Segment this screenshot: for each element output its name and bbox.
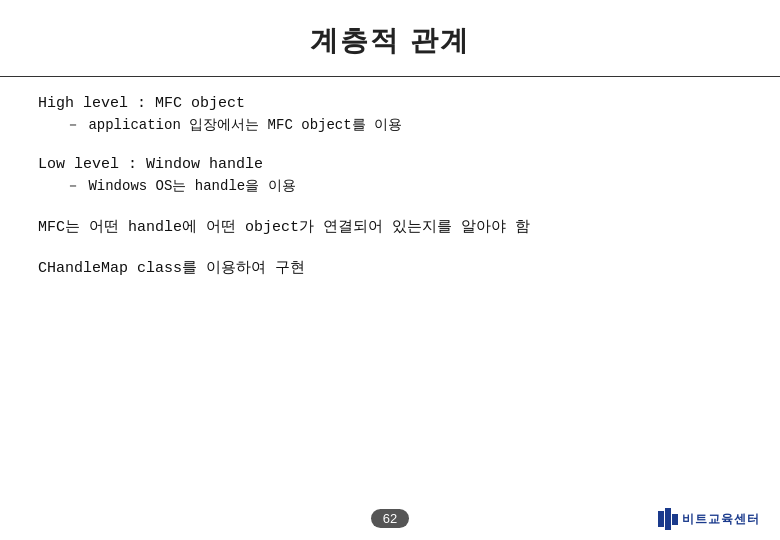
- logo-area: 비트교육센터: [658, 508, 760, 530]
- logo-bar-2: [665, 508, 671, 530]
- logo-bar-3: [672, 514, 678, 525]
- logo-text: 비트교육센터: [682, 511, 760, 528]
- chandlemap-description: CHandleMap class를 이용하여 구현: [38, 258, 742, 277]
- high-level-title: High level : MFC object: [38, 95, 742, 112]
- mfc-description: MFC는 어떤 handle에 어떤 object가 연결되어 있는지를 알아야…: [38, 217, 742, 236]
- title-area: 계층적 관계: [0, 0, 780, 70]
- logo-icon: [658, 508, 678, 530]
- low-level-section: Low level : Window handle Windows OS는 ha…: [38, 156, 742, 195]
- high-level-sub: application 입장에서는 MFC object를 이용: [38, 116, 742, 134]
- page-number: 62: [371, 509, 409, 528]
- logo-bar-1: [658, 511, 664, 527]
- low-level-sub: Windows OS는 handle을 이용: [38, 177, 742, 195]
- high-level-section: High level : MFC object application 입장에서…: [38, 95, 742, 134]
- title-divider: [0, 76, 780, 77]
- content-area: High level : MFC object application 입장에서…: [0, 95, 780, 277]
- low-level-title: Low level : Window handle: [38, 156, 742, 173]
- slide-container: 계층적 관계 High level : MFC object applicati…: [0, 0, 780, 540]
- slide-title: 계층적 관계: [310, 25, 470, 56]
